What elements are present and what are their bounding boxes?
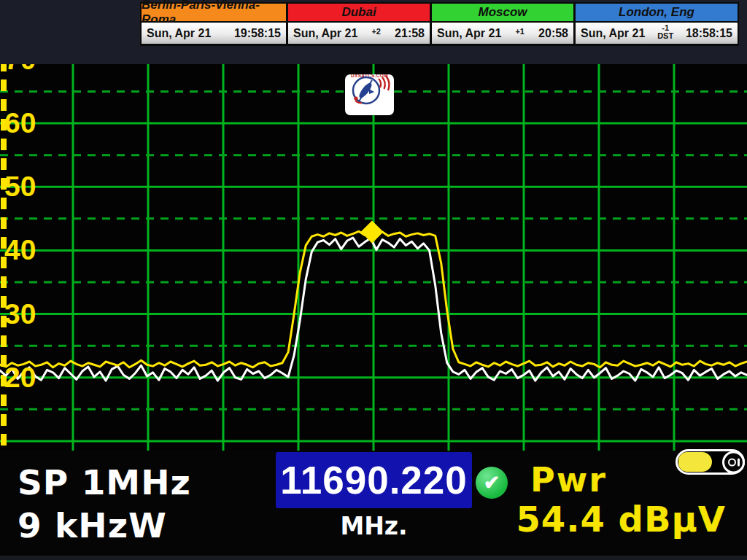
readout-panel: SP 1MHz 9 kHzW 11690.220 MHz. ✔ Pwr 54.4…	[0, 451, 747, 560]
svg-text:50: 50	[4, 171, 36, 202]
span-label: SP 1MHz	[18, 461, 191, 504]
svg-text:70: 70	[4, 64, 36, 75]
clock-cell-london: London, Eng Sun, Apr 21 -1 DST 18:58:15	[576, 4, 738, 44]
clock-cell-berlin: Berlin-Paris-Vienna-Roma Sun, Apr 21 19:…	[142, 4, 288, 44]
dxsatcs-logo: DXSATCS.COM	[345, 74, 394, 115]
signal-lock-check-icon: ✔	[476, 467, 508, 499]
power-label: Pwr	[530, 460, 607, 499]
spectrum-plot: 706050403020	[0, 64, 747, 451]
frequency-value: 11690.220	[280, 458, 468, 502]
city-header-dubai: Dubai	[288, 4, 430, 23]
frequency-unit: MHz.	[276, 512, 472, 540]
clock-date-row: Sun, Apr 21 +1 20:58	[432, 23, 573, 44]
toggle-fill	[678, 452, 712, 472]
clock-time: 21:58	[395, 27, 425, 40]
world-clock-bar: Berlin-Paris-Vienna-Roma Sun, Apr 21 19:…	[140, 2, 739, 46]
clock-cell-dubai: Dubai Sun, Apr 21 +2 21:58	[288, 4, 432, 44]
utc-offset-dst: -1 DST	[657, 24, 673, 40]
satellite-dish-icon	[345, 74, 392, 108]
clock-cell-moscow: Moscow Sun, Apr 21 +1 20:58	[432, 4, 576, 44]
rbw-label: 9 kHzW	[18, 504, 191, 547]
svg-text:40: 40	[4, 234, 36, 265]
span-rbw-block: SP 1MHz 9 kHzW	[18, 461, 191, 547]
clock-date-row: Sun, Apr 21 19:58:15	[142, 23, 286, 44]
city-header-moscow: Moscow	[432, 4, 573, 23]
svg-text:30: 30	[4, 298, 36, 330]
clock-date: Sun, Apr 21	[437, 27, 501, 40]
clock-date: Sun, Apr 21	[581, 27, 645, 40]
power-toggle[interactable]	[676, 449, 745, 475]
city-name: London, Eng	[619, 5, 694, 20]
city-name: Dubai	[341, 5, 376, 20]
clock-date: Sun, Apr 21	[147, 27, 211, 40]
clock-time: 20:58	[538, 27, 568, 40]
frequency-display[interactable]: 11690.220	[276, 452, 472, 508]
utc-offset: +2	[371, 28, 381, 36]
clock-date-row: Sun, Apr 21 +2 21:58	[288, 23, 430, 44]
spectrum-chart: 706050403020 DXSATCS.COM	[0, 64, 747, 451]
clock-date: Sun, Apr 21	[293, 27, 357, 40]
clock-date-row: Sun, Apr 21 -1 DST 18:58:15	[576, 23, 738, 44]
svg-text:20: 20	[4, 362, 36, 393]
svg-text:60: 60	[4, 107, 36, 139]
city-header-berlin: Berlin-Paris-Vienna-Roma	[142, 4, 286, 23]
city-header-london: London, Eng	[576, 4, 738, 23]
utc-offset: +1	[515, 28, 525, 36]
top-background: Berlin-Paris-Vienna-Roma Sun, Apr 21 19:…	[0, 0, 747, 64]
clock-time: 19:58:15	[234, 27, 281, 40]
clock-time: 18:58:15	[686, 27, 732, 40]
toggle-knob-icon[interactable]	[722, 451, 745, 473]
bottom-strip	[0, 556, 747, 560]
city-name: Moscow	[478, 5, 527, 20]
power-value: 54.4 dBµV	[449, 499, 726, 540]
spectrum-analyzer-screen: Berlin-Paris-Vienna-Roma Sun, Apr 21 19:…	[0, 0, 747, 560]
